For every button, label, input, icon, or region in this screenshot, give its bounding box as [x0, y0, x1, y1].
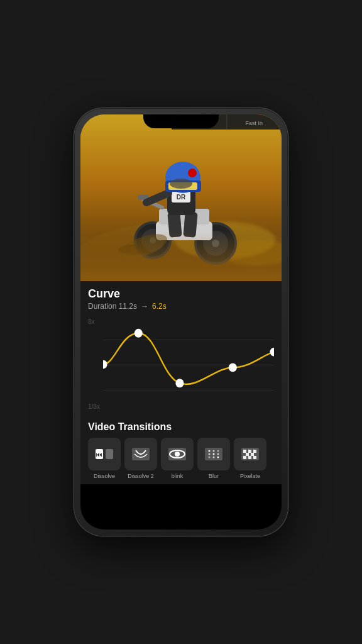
transitions-title: Video Transitions	[88, 421, 274, 433]
svg-rect-53	[246, 453, 249, 456]
curve-duration: Duration 11.2s → 6.2s	[88, 302, 274, 311]
svg-point-29	[175, 379, 184, 387]
duration-original: Duration 11.2s	[88, 302, 137, 311]
curve-svg-container	[103, 314, 274, 405]
svg-rect-55	[243, 456, 246, 459]
blur-icon-box[interactable]	[197, 438, 230, 470]
curve-title: Curve	[88, 287, 274, 301]
dissolve-label: Dissolve	[94, 473, 115, 479]
graph-label-bottom: 1/8x	[88, 403, 100, 410]
svg-point-30	[229, 363, 237, 372]
video-preview: DR	[80, 114, 282, 281]
svg-point-48	[217, 457, 219, 458]
svg-point-31	[270, 348, 274, 357]
preset-fast-in[interactable]: Fast In	[227, 114, 282, 130]
blink-label: blink	[172, 473, 184, 479]
dissolve2-label: Dissolve 2	[128, 473, 154, 479]
curve-graph[interactable]: 8x 1/8x	[88, 314, 274, 415]
svg-point-44	[213, 453, 215, 455]
transition-dissolve2[interactable]: Dissolve 2	[124, 438, 157, 479]
content-area: Curve Duration 11.2s → 6.2s 8x 1/8x	[80, 281, 282, 484]
svg-rect-56	[248, 456, 251, 459]
transitions-section: Video Transitions ⏮ Dissolve	[80, 415, 282, 484]
svg-point-28	[134, 329, 143, 338]
pixelate-icon-box[interactable]	[234, 438, 266, 470]
svg-text:⏮: ⏮	[96, 451, 102, 458]
svg-point-46	[209, 457, 211, 458]
notch	[143, 114, 219, 128]
blur-label: Blur	[209, 473, 219, 479]
duration-arrow: →	[141, 302, 148, 311]
preset-fast-in-label: Fast In	[245, 120, 263, 126]
transition-dissolve[interactable]: ⏮ Dissolve	[88, 438, 121, 479]
svg-rect-54	[251, 453, 254, 456]
svg-point-41	[213, 450, 215, 452]
dissolve-icon-box[interactable]: ⏮	[88, 438, 121, 470]
phone-frame: DR	[74, 108, 288, 536]
svg-rect-33	[106, 449, 113, 459]
svg-point-42	[217, 450, 219, 452]
transition-pixelate[interactable]: Pixelate	[234, 438, 266, 479]
svg-point-47	[213, 457, 215, 458]
svg-rect-57	[253, 456, 256, 459]
svg-point-45	[217, 453, 219, 455]
transition-blur[interactable]: Blur	[197, 438, 230, 479]
transitions-row: ⏮ Dissolve	[88, 438, 274, 479]
svg-text:DR: DR	[177, 194, 186, 201]
svg-point-27	[103, 360, 107, 369]
blink-icon-box[interactable]	[161, 438, 194, 470]
svg-point-43	[209, 453, 211, 455]
svg-rect-50	[243, 450, 246, 453]
graph-label-top: 8x	[88, 318, 95, 325]
curve-section: Curve Duration 11.2s → 6.2s 8x 1/8x	[80, 281, 282, 415]
pixelate-label: Pixelate	[240, 473, 260, 479]
phone-screen: DR	[80, 114, 282, 530]
svg-point-24	[170, 179, 192, 189]
dissolve2-icon-box[interactable]	[124, 438, 157, 470]
duration-new: 6.2s	[152, 302, 167, 311]
svg-point-38	[175, 452, 180, 457]
dust-effect	[80, 231, 282, 281]
transition-blink[interactable]: blink	[161, 438, 194, 479]
svg-rect-52	[253, 450, 256, 453]
svg-rect-51	[248, 450, 251, 453]
svg-point-40	[209, 450, 211, 452]
svg-point-23	[188, 169, 197, 177]
